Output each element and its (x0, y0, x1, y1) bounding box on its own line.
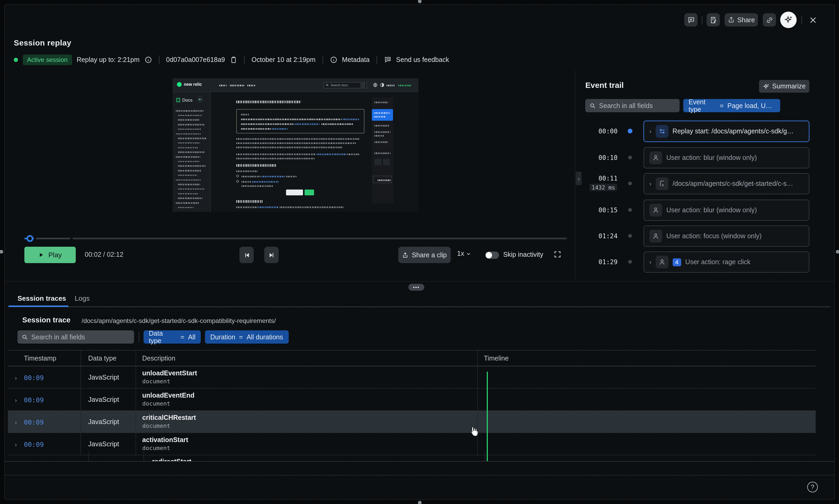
browser-navbar: new relic Search docs / (173, 78, 418, 92)
ai-assistant-button[interactable] (780, 12, 797, 28)
rage-click-count-badge: 4 (673, 258, 681, 266)
share-icon (728, 16, 735, 23)
table-bottom-edge (5, 461, 834, 462)
notes-button[interactable] (707, 13, 720, 26)
event-type-filter-pill[interactable]: Event type = Page load, User… (683, 99, 780, 112)
share-clip-button[interactable]: Share a clip (398, 247, 451, 263)
close-button[interactable] (806, 13, 819, 26)
event-row-user-blur[interactable]: User action: blur (window only) (644, 147, 809, 168)
share-button[interactable]: Share (725, 13, 758, 26)
play-button-label: Play (49, 251, 62, 259)
event-dot-current (628, 129, 632, 133)
info-icon[interactable] (144, 56, 152, 63)
event-dot (628, 208, 632, 212)
scrubber-handle[interactable] (26, 235, 33, 242)
session-trace-table: Timestamp Data type Description Timeline… (8, 350, 816, 455)
skip-back-button[interactable] (239, 247, 254, 263)
meta-divider (244, 55, 245, 64)
row-expand-icon[interactable]: › (15, 375, 17, 381)
scrubber-segment-2[interactable] (73, 238, 567, 239)
page-title: Session replay (14, 38, 71, 47)
col-timeline[interactable]: Timeline (477, 350, 816, 366)
event-trail-title: Event trail (585, 80, 624, 89)
row-expand-icon[interactable]: › (15, 419, 17, 426)
duration-filter-pill[interactable]: Duration = All durations (205, 330, 289, 344)
event-label: User action: blur (window only) (666, 154, 757, 161)
event-label: User action: rage click (685, 258, 751, 266)
data-type-filter-pill[interactable]: Data type = All (144, 330, 201, 344)
table-row[interactable]: › 00:09 JavaScript unloadEventStart docu… (8, 366, 816, 388)
skip-forward-button[interactable] (264, 247, 279, 263)
event-row-user-focus[interactable]: User action: focus (window only) (644, 226, 809, 247)
browser-cta-button (305, 190, 314, 195)
resize-drag-handle[interactable]: ••• (408, 284, 424, 291)
chevron-right-icon[interactable]: › (649, 259, 651, 265)
copy-link-button[interactable] (763, 13, 776, 26)
event-label: /docs/apm/agents/c-sdk/get-started/c-s… (673, 180, 793, 187)
session-meta-row: Active session Replay up to: 2:21pm 0d07… (14, 54, 449, 65)
filter-divider (139, 332, 139, 342)
comments-button[interactable] (684, 13, 698, 26)
active-dot (14, 57, 18, 62)
col-data-type[interactable]: Data type (81, 350, 136, 366)
trace-search-input[interactable]: Search in all fields (17, 330, 134, 344)
speed-value: 1x (457, 250, 464, 257)
chevron-right-icon[interactable]: › (649, 181, 651, 187)
event-trail-collapse-handle[interactable]: › (576, 172, 582, 185)
docs-icon (176, 98, 180, 102)
fullscreen-button[interactable] (554, 250, 561, 258)
table-row-hovered[interactable]: › 00:09 JavaScript criticalCHRestart doc… (8, 411, 816, 433)
summarize-button[interactable]: Summarize (759, 80, 809, 93)
event-row-replay-start[interactable]: › Replay start: /docs/apm/agents/c-sdk/g… (644, 121, 809, 142)
replay-video-frame[interactable]: new relic Search docs / Docs (173, 78, 418, 212)
feedback-link[interactable]: Send us feedback (396, 56, 449, 63)
resize-dot-left[interactable] (0, 250, 3, 254)
tab-logs[interactable]: Logs (75, 294, 90, 302)
chevron-right-icon[interactable]: › (649, 128, 651, 134)
session-id: 0d07a0a007e618a9 (166, 56, 225, 63)
feedback-icon (384, 56, 391, 63)
play-button[interactable]: Play (24, 247, 76, 263)
resize-dot-top[interactable] (418, 0, 422, 3)
event-time: 01:24 (585, 232, 618, 240)
event-time: 00:10 (585, 154, 618, 161)
row-expand-icon[interactable]: › (15, 441, 17, 448)
summarize-label: Summarize (772, 83, 806, 90)
event-row-user-blur[interactable]: User action: blur (window only) (644, 200, 809, 221)
session-trace-title: Session trace (22, 316, 70, 324)
event-time: 00:00 (585, 128, 618, 135)
help-button[interactable]: ? (807, 482, 818, 492)
sparkle-icon (763, 83, 770, 90)
section-divider (5, 281, 834, 282)
close-icon (808, 16, 817, 24)
event-row-page-load[interactable]: › /docs/apm/agents/c-sdk/get-started/c-s… (644, 173, 809, 194)
clipboard-icon[interactable] (230, 56, 237, 63)
scrubber-segment-1[interactable] (36, 238, 70, 239)
event-dot (628, 234, 632, 238)
search-icon (326, 84, 329, 87)
event-time: 00:15 (585, 206, 618, 214)
event-trail-search-input[interactable]: Search in all fields (585, 99, 680, 112)
newrelic-logo-icon (177, 82, 182, 87)
resize-dot-bottom[interactable] (418, 501, 422, 504)
tab-baseline (8, 307, 831, 307)
resize-dot-right[interactable] (836, 250, 839, 254)
tab-session-traces[interactable]: Session traces (17, 294, 66, 302)
theme-contrast-icon (380, 83, 385, 87)
search-icon (590, 103, 596, 109)
metadata-link[interactable]: Metadata (342, 56, 370, 63)
skip-forward-icon (268, 252, 275, 258)
share-clip-label: Share a clip (412, 251, 447, 258)
table-row-partial: redirectStart (0, 452, 839, 461)
fullscreen-icon (554, 250, 561, 258)
event-row-rage-click[interactable]: › 4 User action: rage click (644, 251, 809, 273)
search-placeholder: Search in all fields (599, 102, 653, 109)
row-expand-icon[interactable]: › (15, 397, 17, 403)
event-duration: 1432 ms (590, 184, 617, 191)
browser-logo-text: new relic (184, 82, 202, 87)
table-row[interactable]: › 00:09 JavaScript unloadEventEnd docume… (8, 388, 816, 411)
col-description[interactable]: Description (136, 350, 477, 366)
col-timestamp[interactable]: Timestamp (24, 350, 81, 366)
skip-inactivity-toggle[interactable] (485, 251, 499, 259)
playback-speed-dropdown[interactable]: 1x (457, 250, 471, 257)
